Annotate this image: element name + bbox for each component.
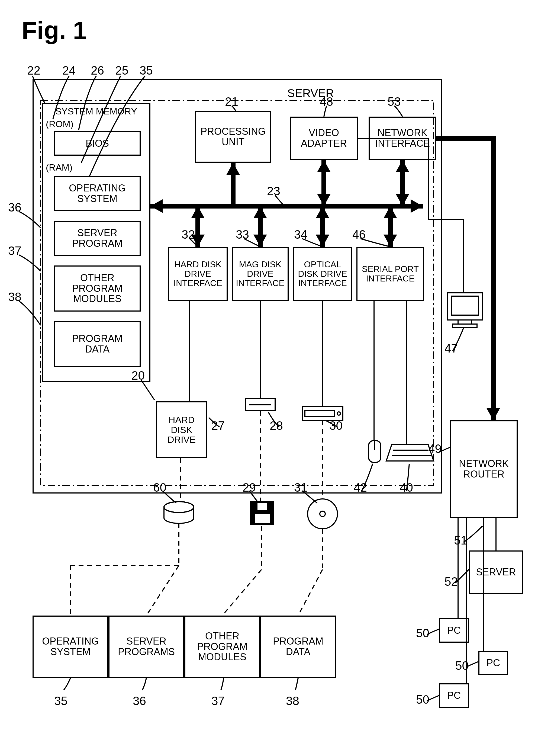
- server2-box: SERVER: [469, 551, 523, 594]
- callout-40: 40: [400, 481, 413, 494]
- svg-line-56: [222, 569, 262, 615]
- serial-interface-box: SERIAL PORT INTERFACE: [356, 247, 424, 301]
- callout-26: 26: [91, 64, 104, 77]
- bottom-other-modules-box: OTHER PROGRAM MODULES: [184, 615, 260, 678]
- svg-point-49: [164, 502, 194, 512]
- mag-interface-box: MAG DISK DRIVE INTERFACE: [232, 247, 289, 301]
- figure-label: Fig. 1: [22, 16, 87, 45]
- callout-49: 49: [428, 442, 442, 455]
- system-memory-label: SYSTEM MEMORY: [43, 106, 149, 116]
- bottom-server-programs-label: SERVER PROGRAMS: [110, 636, 183, 658]
- bottom-server-programs-box: SERVER PROGRAMS: [108, 615, 184, 678]
- bottom-program-data-label: PROGRAM DATA: [261, 636, 335, 658]
- callout-35: 35: [54, 694, 68, 708]
- callout-22: 22: [27, 64, 40, 77]
- svg-marker-24: [487, 408, 500, 420]
- hdd-platter-icon: [164, 502, 194, 523]
- pc-label-b: PC: [479, 657, 507, 669]
- callout-50c: 50: [416, 693, 429, 706]
- pc-label-a: PC: [440, 625, 468, 636]
- hdd-interface-box: HARD DISK DRIVE INTERFACE: [168, 247, 228, 301]
- svg-rect-46: [255, 514, 270, 523]
- video-adapter-box: VIDEO ADAPTER: [290, 117, 358, 160]
- svg-rect-43: [251, 502, 274, 525]
- hdd-label: HARD DISK DRIVE: [157, 414, 206, 445]
- program-data-label: PROGRAM DATA: [55, 333, 139, 355]
- svg-rect-33: [453, 324, 477, 327]
- os-ram-label: OPERATING SYSTEM: [55, 183, 139, 205]
- callout-29: 29: [242, 481, 256, 494]
- network-interface-label: NETWORK INTERFACE: [370, 127, 435, 149]
- callout-21: 21: [225, 95, 238, 108]
- callout-35b: 35: [139, 64, 153, 77]
- os-ram-box: OPERATING SYSTEM: [54, 176, 141, 211]
- callout-46: 46: [352, 228, 366, 241]
- callout-24: 24: [62, 64, 76, 77]
- callout-20: 20: [132, 369, 145, 382]
- other-program-modules-label: OTHER PROGRAM MODULES: [55, 272, 139, 305]
- processing-unit-label: PROCESSING UNIT: [196, 126, 270, 148]
- server-program-box: SERVER PROGRAM: [54, 221, 141, 256]
- bottom-os-label: OPERATING SYSTEM: [33, 636, 107, 658]
- hdd-interface-label: HARD DISK DRIVE INTERFACE: [169, 259, 227, 289]
- monitor-icon: [447, 293, 482, 327]
- program-data-box: PROGRAM DATA: [54, 321, 141, 367]
- callout-36: 36: [133, 694, 146, 708]
- callout-23: 23: [267, 184, 280, 198]
- svg-line-54: [146, 565, 179, 615]
- video-adapter-label: VIDEO ADAPTER: [291, 127, 357, 149]
- optical-interface-label: OPTICAL DISK DRIVE INTERFACE: [294, 259, 351, 289]
- network-router-box: NETWORK ROUTER: [450, 420, 518, 518]
- server-program-label: SERVER PROGRAM: [55, 227, 139, 250]
- callout-60: 60: [153, 481, 166, 494]
- bios-box: BIOS: [54, 131, 141, 156]
- rom-label: (ROM): [46, 119, 74, 129]
- floppy-media-icon: [251, 502, 274, 525]
- svg-point-48: [320, 511, 325, 517]
- callout-31: 31: [294, 481, 307, 494]
- callout-36b: 36: [8, 201, 22, 214]
- system-memory-box: SYSTEM MEMORY (ROM) BIOS (RAM) OPERATING…: [42, 103, 150, 382]
- svg-rect-31: [451, 296, 478, 315]
- callout-25: 25: [115, 64, 129, 77]
- svg-rect-44: [251, 502, 274, 525]
- network-router-label: NETWORK ROUTER: [451, 458, 516, 480]
- network-interface-box: NETWORK INTERFACE: [369, 117, 436, 160]
- pc-label-c: PC: [440, 690, 468, 702]
- hdd-box: HARD DISK DRIVE: [156, 401, 207, 458]
- pc-box-c: PC: [439, 683, 469, 708]
- callout-32: 32: [182, 228, 195, 241]
- callout-52: 52: [445, 575, 458, 588]
- server2-label: SERVER: [470, 566, 522, 578]
- ram-label: (RAM): [46, 162, 72, 172]
- callout-42: 42: [354, 481, 367, 494]
- svg-point-47: [308, 499, 338, 529]
- bios-label: BIOS: [55, 138, 139, 149]
- mag-interface-label: MAG DISK DRIVE INTERFACE: [233, 259, 288, 289]
- pc-box-b: PC: [478, 651, 508, 675]
- pc-box-a: PC: [439, 618, 469, 643]
- callout-34: 34: [294, 228, 307, 241]
- serial-interface-label: SERIAL PORT INTERFACE: [357, 264, 423, 284]
- callout-37b: 37: [8, 244, 22, 258]
- bottom-other-modules-label: OTHER PROGRAM MODULES: [186, 630, 259, 663]
- callout-38: 38: [286, 694, 299, 708]
- svg-line-58: [298, 569, 323, 615]
- callout-37: 37: [211, 694, 225, 708]
- svg-rect-30: [447, 293, 482, 320]
- callout-50b: 50: [455, 659, 469, 672]
- processing-unit-box: PROCESSING UNIT: [195, 111, 271, 163]
- callout-50a: 50: [416, 626, 429, 640]
- callout-38b: 38: [8, 290, 22, 304]
- callout-53: 53: [388, 95, 401, 108]
- callout-33: 33: [236, 228, 249, 241]
- optical-disc-icon: [308, 499, 338, 529]
- bottom-program-data-box: PROGRAM DATA: [260, 615, 336, 678]
- callout-27: 27: [211, 419, 225, 433]
- svg-rect-45: [257, 503, 267, 510]
- callout-51: 51: [454, 534, 467, 547]
- svg-point-50: [164, 502, 194, 512]
- other-program-modules-box: OTHER PROGRAM MODULES: [54, 265, 141, 312]
- callout-48: 48: [320, 95, 333, 108]
- callout-30: 30: [329, 419, 343, 433]
